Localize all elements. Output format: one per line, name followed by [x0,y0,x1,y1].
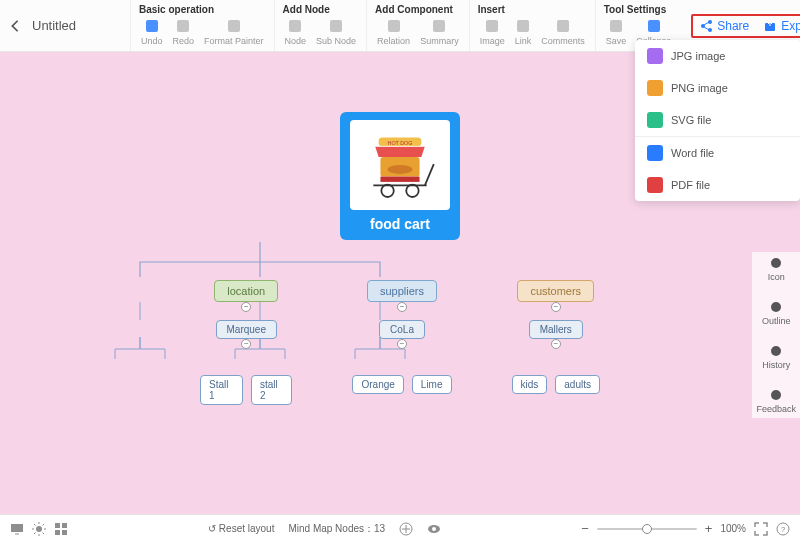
outline-icon [769,300,783,314]
collapse-toggle[interactable]: − [397,302,407,312]
rail-label: Icon [768,272,785,282]
collapse-toggle[interactable]: − [241,302,251,312]
sub-node[interactable]: Mallers− [529,320,583,339]
leaf-node[interactable]: Lime [412,375,452,394]
zoom-in-button[interactable]: + [705,521,713,536]
branch-node[interactable]: location− [214,280,278,302]
collapse-toggle[interactable]: − [551,339,561,349]
tool-comments[interactable]: Comments [537,16,589,48]
fullscreen-icon[interactable] [754,522,768,536]
document-title[interactable]: Untitled [32,18,76,33]
file-type-icon [647,177,663,193]
help-icon[interactable]: ? [776,522,790,536]
collapse-toggle[interactable]: − [551,302,561,312]
zoom-percent[interactable]: 100% [720,523,746,534]
svg-rect-3 [289,20,301,32]
collapse-icon [646,18,662,34]
svg-point-18 [771,346,781,356]
presentation-icon[interactable] [10,522,24,536]
collapse-toggle[interactable]: − [241,339,251,349]
tool-label: Summary [420,36,459,46]
svg-point-28 [36,526,42,532]
tool-label: Link [515,36,532,46]
leaf-node[interactable]: adults [555,375,600,394]
focus-icon[interactable] [399,522,413,536]
file-type-icon [647,145,663,161]
collapse-toggle[interactable]: − [397,339,407,349]
icon-icon [769,256,783,270]
svg-point-16 [771,258,781,268]
export-option[interactable]: Word file [635,137,800,169]
leaf-node[interactable]: Stall 1 [200,375,243,405]
group-label: Insert [476,2,589,16]
tool-format-painter[interactable]: Format Painter [200,16,268,48]
svg-rect-6 [433,20,445,32]
sub-node[interactable]: Marquee− [216,320,277,339]
tool-sub-node[interactable]: Sub Node [312,16,360,48]
rail-label: Feedback [756,404,796,414]
svg-rect-0 [146,20,158,32]
reset-layout-button[interactable]: ↺ Reset layout [208,523,274,534]
reset-layout-label: Reset layout [219,523,275,534]
zoom-slider[interactable] [597,528,697,530]
feedback-icon [769,388,783,402]
sub-label: CoLa [390,324,414,335]
export-option-label: PDF file [671,179,710,191]
file-type-icon [647,112,663,128]
tool-redo[interactable]: Redo [169,16,199,48]
tool-label: Node [285,36,307,46]
zoom-thumb[interactable] [642,524,652,534]
node-icon [287,18,303,34]
visibility-icon[interactable] [427,522,441,536]
svg-rect-27 [11,524,23,532]
leaf-node[interactable]: kids [512,375,548,394]
tool-save[interactable]: Save [602,16,631,48]
root-node[interactable]: HOT DOG food cart [340,112,460,240]
svg-rect-8 [517,20,529,32]
rail-outline[interactable]: Outline [762,300,791,326]
svg-text:?: ? [781,525,786,534]
tool-label: Comments [541,36,585,46]
rail-label: History [762,360,790,370]
tool-label: Sub Node [316,36,356,46]
export-option[interactable]: SVG file [635,104,800,136]
svg-rect-31 [55,530,60,535]
statusbar-left [10,522,68,536]
tool-relation[interactable]: Relation [373,16,414,48]
leaf-label: kids [521,379,539,390]
svg-rect-30 [62,523,67,528]
tool-node[interactable]: Node [281,16,311,48]
branch: location− Marquee− Stall 1 stall 2 [200,280,292,405]
share-button[interactable]: Share [699,19,749,33]
branch-node[interactable]: suppliers− [367,280,437,302]
tool-label: Relation [377,36,410,46]
tool-link[interactable]: Link [511,16,536,48]
svg-rect-4 [330,20,342,32]
toolbar-group: Add NodeNodeSub Node [274,0,367,51]
file-type-icon [647,48,663,64]
zoom-out-button[interactable]: − [581,521,589,536]
rail-feedback[interactable]: Feedback [756,388,796,414]
rail-history[interactable]: History [762,344,790,370]
tool-undo[interactable]: Undo [137,16,167,48]
leaf-node[interactable]: stall 2 [251,375,292,405]
file-type-icon [647,80,663,96]
rail-icon[interactable]: Icon [768,256,785,282]
svg-rect-1 [177,20,189,32]
tool-label: Undo [141,36,163,46]
back-icon[interactable] [8,19,22,33]
brightness-icon[interactable] [32,522,46,536]
export-option[interactable]: PDF file [635,169,800,201]
tool-image[interactable]: Image [476,16,509,48]
tool-summary[interactable]: Summary [416,16,463,48]
export-option[interactable]: PNG image [635,72,800,104]
grid-icon[interactable] [54,522,68,536]
branch-node[interactable]: customers− [517,280,594,302]
export-option[interactable]: JPG image [635,40,800,72]
leaf-node[interactable]: Orange [352,375,403,394]
history-icon [769,344,783,358]
export-button[interactable]: Export [763,19,800,33]
sub-node[interactable]: CoLa− [379,320,425,339]
group-label: Add Component [373,2,463,16]
group-label: Basic operation [137,2,268,16]
